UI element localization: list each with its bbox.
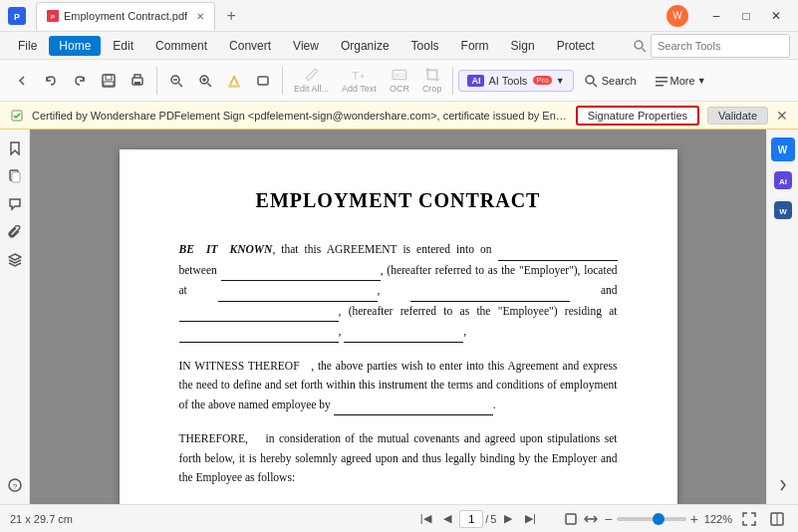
menu-organize[interactable]: Organize [331,36,399,56]
pdf-para-3: THEREFORE, in consideration of the mutua… [179,429,618,488]
minimize-button[interactable]: – [702,2,730,30]
svg-rect-6 [103,75,115,87]
rectangle-icon [255,73,271,89]
word-icon[interactable]: W [772,199,794,221]
ocr-button[interactable]: OCR OCR [384,65,415,96]
ai-assistant-icon[interactable]: AI [772,169,794,191]
blank-employee-by [334,396,493,416]
menu-tools[interactable]: Tools [401,36,449,56]
pdf-icon: P [47,10,59,22]
divider-2 [282,67,283,95]
svg-text:P: P [14,12,20,22]
word-icon-svg: W [774,201,792,219]
search-tools-icon [633,39,647,53]
page-separator: / [485,513,488,525]
sidebar-pages-icon[interactable] [4,165,26,187]
search-tools-input[interactable] [651,34,790,58]
sig-bar-close-button[interactable]: ✕ [776,108,788,124]
menu-convert[interactable]: Convert [219,36,281,56]
next-page-button[interactable]: ▶ [498,509,518,529]
sidebar-attach-icon[interactable] [4,221,26,243]
undo-button[interactable] [37,71,65,91]
svg-line-5 [643,48,647,52]
blank-employee-addr [179,322,339,343]
restore-button[interactable]: □ [732,2,760,30]
wondershare-icon[interactable]: W [771,137,795,161]
zoom-in-button[interactable] [191,71,219,91]
menu-view[interactable]: View [283,36,329,56]
redo-button[interactable] [66,71,94,91]
highlight-button[interactable] [220,71,248,91]
svg-rect-27 [656,85,664,87]
zoom-out-button[interactable] [162,71,190,91]
zoom-slider[interactable] [617,517,686,521]
add-text-icon: T+ [351,67,367,83]
pdf-para-2: IN WITNESS THEREOF , the above parties w… [179,357,618,416]
page-total: 5 [490,513,496,525]
signature-properties-button[interactable]: Signature Properties [576,106,699,126]
back-button[interactable] [8,71,36,91]
rectangle-button[interactable] [249,71,277,91]
edit-all-button[interactable]: Edit All... [288,65,335,96]
sidebar-comment-icon[interactable] [4,193,26,215]
app-icon: P [8,7,26,25]
svg-text:AI: AI [779,177,787,186]
history-group [8,71,151,91]
crop-button[interactable]: Crop [416,65,448,96]
sig-bar-text: Certified by Wondershare PDFelement Sign… [32,110,568,122]
first-page-button[interactable]: |◀ [415,509,435,529]
pdf-page: EMPLOYMENT CONTRACT BE IT KNOWN, that th… [120,149,677,504]
ai-icon: AI [774,171,792,189]
svg-rect-8 [104,82,114,86]
pdf-tab[interactable]: P Employment Contract.pdf ✕ [36,2,215,30]
svg-rect-19 [258,77,268,85]
sidebar-layers-icon[interactable] [4,249,26,271]
print-button[interactable] [124,71,151,91]
ai-tools-button[interactable]: AI AI Tools Pro ▼ [458,70,573,92]
ai-tools-label: AI Tools [488,75,527,87]
tab-close-button[interactable]: ✕ [196,11,204,22]
new-tab-button[interactable]: + [219,4,243,28]
menu-file[interactable]: File [8,36,47,56]
menu-protect[interactable]: Protect [547,36,605,56]
add-text-button[interactable]: T+ Add Text [336,65,383,96]
last-page-button[interactable]: ▶| [520,509,540,529]
svg-point-4 [635,41,643,49]
crop-label: Crop [422,84,442,94]
ocr-icon: OCR [392,67,407,83]
left-sidebar: ? [0,130,30,504]
expand-right-button[interactable] [772,474,794,496]
svg-text:P: P [51,14,55,20]
menu-form[interactable]: Form [451,36,499,56]
save-button[interactable] [95,71,123,91]
split-view-button[interactable] [766,508,788,530]
svg-point-23 [586,76,594,84]
page-number-input[interactable] [459,510,483,528]
main-area: ? EMPLOYMENT CONTRACT BE IT KNOWN, that … [0,130,798,504]
more-dropdown-icon: ▼ [697,76,706,86]
prev-page-button[interactable]: ◀ [437,509,457,529]
fullscreen-button[interactable] [738,508,760,530]
zoom-level: 122% [704,513,732,525]
pdf-area[interactable]: EMPLOYMENT CONTRACT BE IT KNOWN, that th… [30,130,766,504]
close-button[interactable]: ✕ [762,2,790,30]
menu-comment[interactable]: Comment [145,36,217,56]
zoom-in-icon [197,73,213,89]
validate-button[interactable]: Validate [707,107,768,125]
zoom-in-label: + [690,511,698,527]
more-label: More [670,75,695,87]
sidebar-help-icon[interactable]: ? [4,474,26,496]
search-button[interactable]: Search [576,70,645,92]
menu-home[interactable]: Home [49,36,101,56]
sidebar-bookmark-icon[interactable] [4,137,26,159]
svg-rect-18 [228,85,240,88]
menu-sign[interactable]: Sign [501,36,545,56]
menu-edit[interactable]: Edit [103,36,143,56]
svg-rect-26 [656,81,667,83]
title-bar-right: W – □ ✕ [666,2,790,30]
redo-icon [72,73,88,89]
divider-1 [156,67,157,95]
blank-date [498,240,618,261]
more-button[interactable]: More ▼ [647,70,714,92]
split-icon [770,512,784,526]
